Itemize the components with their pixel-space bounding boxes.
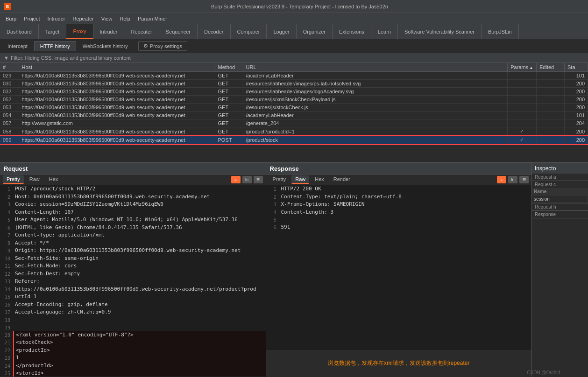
table-row[interactable]: 057http://www.gstatic.comGET/generate_20… bbox=[0, 119, 588, 127]
menu-item-view[interactable]: View bbox=[98, 15, 116, 22]
main-tab-sequencer[interactable]: Sequencer bbox=[159, 24, 198, 39]
line-number: 17 bbox=[0, 308, 13, 316]
table-cell: 204 bbox=[565, 119, 588, 127]
request-code[interactable]: 1POST /product/stock HTTP/22Host: 0a0100… bbox=[0, 185, 266, 377]
table-cell: 200 bbox=[565, 127, 588, 136]
table-cell: https://0a0100a60311353b803f996500ff00d9… bbox=[19, 96, 215, 104]
line-content: <stockCheck> bbox=[13, 339, 266, 347]
sub-tab-http-history[interactable]: HTTP history bbox=[34, 41, 76, 51]
table-cell bbox=[508, 80, 537, 88]
menu-item-param miner[interactable]: Param Miner bbox=[134, 15, 171, 22]
line-content: Cookie: session=5DzMDdIZ5Y1ZaomgVKt1Dl4M… bbox=[13, 201, 266, 209]
sub-tab-intercept[interactable]: Intercept bbox=[2, 42, 33, 51]
resp-tab-raw[interactable]: Raw bbox=[291, 175, 309, 184]
sub-tabs: InterceptHTTP historyWebSockets history⚙… bbox=[0, 39, 588, 53]
main-tab-intruder[interactable]: Intruder bbox=[93, 24, 125, 39]
req-ln-btn[interactable]: ln bbox=[242, 176, 252, 183]
code-line: 6591 bbox=[266, 223, 532, 231]
menu-item-intruder[interactable]: Intruder bbox=[44, 15, 69, 22]
table-cell: 029 bbox=[0, 72, 19, 80]
table-cell: https://0a0100a60311353b803f996500ff00d9… bbox=[19, 112, 215, 119]
req-tab-raw[interactable]: Raw bbox=[26, 175, 43, 184]
table-cell: GET bbox=[215, 112, 243, 119]
menu-item-burp[interactable]: Burp bbox=[2, 15, 20, 22]
resp-tab-hex[interactable]: Hex bbox=[311, 175, 328, 184]
main-tab-extensions[interactable]: Extensions bbox=[333, 24, 371, 39]
code-line: 3Cookie: session=5DzMDdIZ5Y1ZaomgVKt1Dl4… bbox=[0, 201, 266, 209]
table-cell: 200 bbox=[565, 88, 588, 96]
resp-tab-pretty[interactable]: Pretty bbox=[269, 175, 290, 184]
table-row[interactable]: 052https://0a0100a60311353b803f996500ff0… bbox=[0, 96, 588, 104]
table-cell bbox=[508, 104, 537, 112]
resp-ln-btn[interactable]: ln bbox=[508, 176, 517, 183]
line-content: Sec-Fetch-Site: same-origin bbox=[13, 255, 266, 263]
table-row[interactable]: 053https://0a0100a60311353b803f996500ff0… bbox=[0, 104, 588, 112]
main-tab-learn[interactable]: Learn bbox=[371, 24, 398, 39]
line-number: 5 bbox=[266, 216, 279, 223]
table-cell: GET bbox=[215, 127, 243, 136]
table-cell bbox=[537, 72, 565, 80]
line-number: 2 bbox=[266, 193, 279, 201]
line-content bbox=[13, 316, 266, 324]
resp-wrap-btn[interactable]: ≡ bbox=[497, 176, 506, 183]
line-content: Content-Length: 107 bbox=[13, 209, 266, 216]
main-tab-logger[interactable]: Logger bbox=[267, 24, 296, 39]
table-row[interactable]: 058https://0a0100a60311353b803f996500ff0… bbox=[0, 127, 588, 136]
menu-item-help[interactable]: Help bbox=[116, 15, 134, 22]
col-header-params[interactable]: Params▲ bbox=[508, 63, 537, 72]
proxy-settings-button[interactable]: ⚙ Proxy settings bbox=[138, 41, 187, 51]
main-tab-repeater[interactable]: Repeater bbox=[124, 24, 159, 39]
main-tab-decoder[interactable]: Decoder bbox=[198, 24, 231, 39]
main-tab-target[interactable]: Target bbox=[39, 24, 67, 39]
line-content: Content-Length: 3 bbox=[279, 209, 532, 216]
main-tab-comparer[interactable]: Comparer bbox=[231, 24, 267, 39]
response-code[interactable]: 1HTTP/2 200 OK2Content-Type: text/plain;… bbox=[266, 185, 532, 350]
main-tab-proxy[interactable]: Proxy bbox=[66, 24, 93, 39]
line-content: User-Agent: Mozilla/5.0 (Windows NT 10.0… bbox=[13, 216, 266, 224]
req-tab-hex[interactable]: Hex bbox=[45, 175, 62, 184]
menu-item-project[interactable]: Project bbox=[20, 15, 43, 22]
table-cell: GET bbox=[215, 88, 243, 96]
main-tab-burpjslin[interactable]: BurpJSLin bbox=[482, 24, 519, 39]
table-cell: 058 bbox=[0, 127, 19, 136]
line-content: Accept: */* bbox=[13, 239, 266, 247]
code-line: 22<productId> bbox=[0, 347, 266, 355]
col-header-method[interactable]: Method bbox=[215, 63, 243, 72]
table-cell: 055 bbox=[0, 136, 19, 144]
col-header-url[interactable]: URL bbox=[243, 63, 508, 72]
table-row[interactable]: 030https://0a0100a60311353b803f996500ff0… bbox=[0, 80, 588, 88]
table-cell bbox=[508, 72, 537, 80]
main-tab-software-vulnerability-scanner[interactable]: Software Vulnerability Scanner bbox=[398, 24, 482, 39]
main-tab-dashboard[interactable]: Dashboard bbox=[0, 24, 39, 39]
table-row[interactable]: 055https://0a0100a60311353b803f996500ff0… bbox=[0, 136, 588, 144]
line-content: </productId> bbox=[13, 362, 266, 370]
col-header-sta[interactable]: Sta bbox=[565, 63, 588, 72]
table-cell: ✓ bbox=[508, 127, 537, 136]
col-header-host[interactable]: Host bbox=[19, 63, 215, 72]
titlebar: B Burp Suite Professional v2023.9 - Temp… bbox=[0, 0, 588, 13]
table-cell: 057 bbox=[0, 119, 19, 127]
table-row[interactable]: 032https://0a0100a60311353b803f996500ff0… bbox=[0, 88, 588, 96]
req-tab-pretty[interactable]: Pretty bbox=[3, 175, 24, 184]
sub-tab-websockets-history[interactable]: WebSockets history bbox=[77, 42, 134, 51]
code-line: 1HTTP/2 200 OK bbox=[266, 185, 532, 193]
table-row[interactable]: 054https://0a0100a60311353b803f996500ff0… bbox=[0, 112, 588, 119]
code-line: 21<stockCheck> bbox=[0, 339, 266, 347]
main-tab-organizer[interactable]: Organizer bbox=[297, 24, 333, 39]
table-header: #HostMethodURLParams▲EditedSta bbox=[0, 63, 588, 72]
app-icon: B bbox=[4, 3, 11, 10]
col-header-#[interactable]: # bbox=[0, 63, 19, 72]
resp-menu-btn[interactable]: ☰ bbox=[519, 176, 529, 183]
col-header-edited[interactable]: Edited bbox=[537, 63, 565, 72]
filter-bar[interactable]: ▼ Filter: Hiding CSS, image and general … bbox=[0, 53, 588, 63]
resp-tab-render[interactable]: Render bbox=[330, 175, 354, 184]
table-cell bbox=[508, 119, 537, 127]
req-menu-btn[interactable]: ☰ bbox=[254, 176, 263, 183]
table-row[interactable]: 029https://0a0100a60311353b803f996500ff0… bbox=[0, 72, 588, 80]
table-cell: 200 bbox=[565, 136, 588, 144]
table-cell bbox=[537, 112, 565, 119]
history-table[interactable]: #HostMethodURLParams▲EditedSta 029https:… bbox=[0, 63, 588, 163]
menu-item-repeater[interactable]: Repeater bbox=[69, 15, 97, 22]
table-cell bbox=[508, 96, 537, 104]
req-wrap-btn[interactable]: ≡ bbox=[231, 176, 241, 183]
